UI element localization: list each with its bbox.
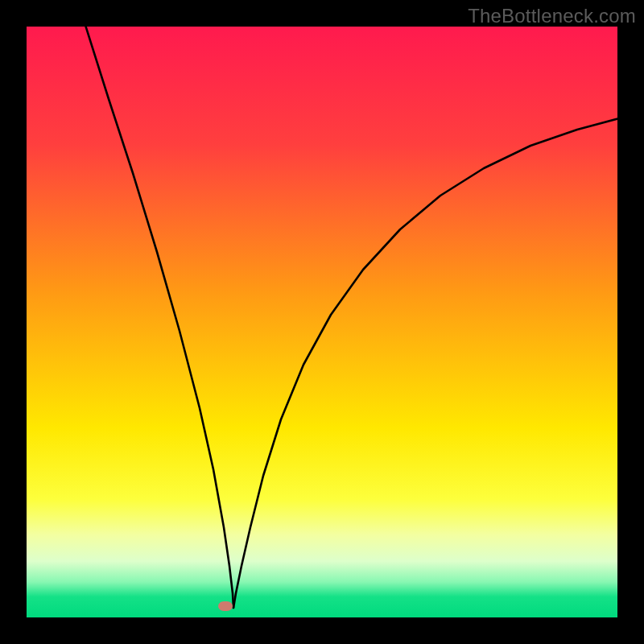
chart-plot-area [27,27,617,617]
optimal-point-marker [218,601,233,611]
watermark-text: TheBottleneck.com [468,5,636,27]
bottleneck-curve [27,27,617,617]
